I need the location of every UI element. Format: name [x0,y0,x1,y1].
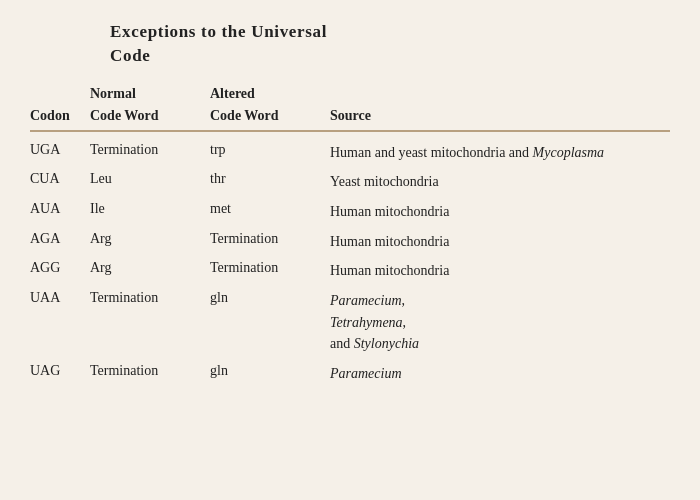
cell-normal: Termination [90,286,210,359]
col-header-codon-empty [30,82,90,104]
col-header-codon: Codon [30,104,90,131]
table-row: UAATerminationglnParamecium,Tetrahymena,… [30,286,670,359]
col-header-altered-bot: Code Word [210,104,330,131]
cell-codon: UGA [30,131,90,168]
cell-codon: UAG [30,359,90,389]
cell-normal: Arg [90,227,210,257]
table-row: AGAArgTerminationHuman mitochondria [30,227,670,257]
col-header-normal-bot: Code Word [90,104,210,131]
cell-altered: gln [210,359,330,389]
cell-normal: Arg [90,256,210,286]
title-line1: Exceptions to the Universal [110,22,327,41]
col-header-source: Source [330,104,670,131]
table-row: UAGTerminationglnParamecium [30,359,670,389]
cell-codon: AGG [30,256,90,286]
cell-altered: Termination [210,227,330,257]
header-row-bot: Codon Code Word Code Word Source [30,104,670,131]
cell-altered: Termination [210,256,330,286]
cell-normal: Leu [90,167,210,197]
col-header-source-empty [330,82,670,104]
cell-normal: Termination [90,131,210,168]
table-row: CUALeuthrYeast mitochondria [30,167,670,197]
cell-normal: Termination [90,359,210,389]
cell-altered: met [210,197,330,227]
cell-codon: AUA [30,197,90,227]
table-body: UGATerminationtrpHuman and yeast mitocho… [30,131,670,389]
table-title: Exceptions to the Universal Code [30,20,670,68]
main-container: Exceptions to the Universal Code Normal … [30,20,670,389]
cell-codon: UAA [30,286,90,359]
cell-source: Yeast mitochondria [330,167,670,197]
cell-altered: gln [210,286,330,359]
cell-source: Human mitochondria [330,197,670,227]
col-header-altered-top: Altered [210,82,330,104]
table-row: UGATerminationtrpHuman and yeast mitocho… [30,131,670,168]
cell-source: Paramecium [330,359,670,389]
cell-altered: thr [210,167,330,197]
table-row: AUAIlemetHuman mitochondria [30,197,670,227]
col-header-normal-top: Normal [90,82,210,104]
cell-source: Human mitochondria [330,227,670,257]
cell-altered: trp [210,131,330,168]
cell-codon: CUA [30,167,90,197]
cell-source: Paramecium,Tetrahymena,and Stylonychia [330,286,670,359]
cell-codon: AGA [30,227,90,257]
header-row-top: Normal Altered [30,82,670,104]
exceptions-table: Normal Altered Codon Code Word Code Word… [30,82,670,389]
cell-source: Human and yeast mitochondria and Mycopla… [330,131,670,168]
cell-source: Human mitochondria [330,256,670,286]
cell-normal: Ile [90,197,210,227]
table-row: AGGArgTerminationHuman mitochondria [30,256,670,286]
title-line2: Code [110,46,151,65]
